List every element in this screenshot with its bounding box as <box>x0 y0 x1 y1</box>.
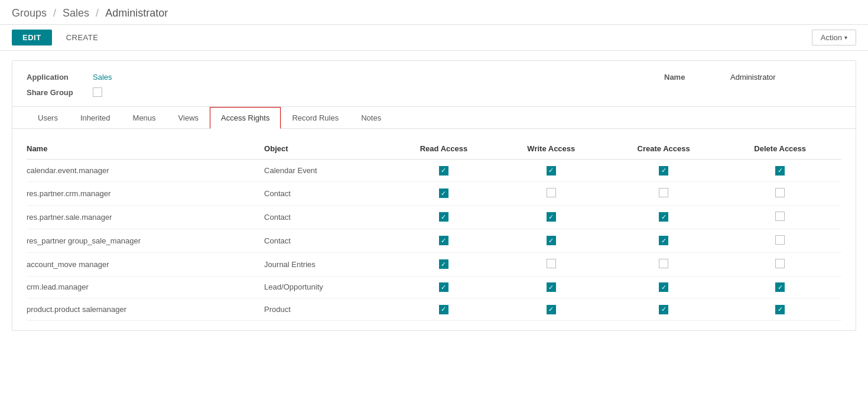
checkbox-checked[interactable]: ✓ <box>659 305 668 314</box>
cell-name: product.product salemanager <box>27 298 264 321</box>
cell-create: ✓ <box>609 160 726 182</box>
cell-name: crm.lead.manager <box>27 276 264 298</box>
cell-write <box>501 252 609 276</box>
form-container: Application Sales Share Group Name Admin… <box>12 60 856 331</box>
table-row: res_partner group_sale_managerContact✓✓✓ <box>27 229 841 252</box>
cell-delete: ✓ <box>726 160 841 182</box>
table-row: account_move managerJournal Entries✓ <box>27 252 841 276</box>
checkbox-checked[interactable]: ✓ <box>659 236 668 245</box>
cell-create: ✓ <box>609 229 726 252</box>
breadcrumb-sep-2: / <box>96 7 102 19</box>
tab-menus[interactable]: Menus <box>122 107 167 129</box>
cell-create: ✓ <box>609 205 726 229</box>
action-button[interactable]: Action <box>812 30 856 46</box>
checkbox-unchecked[interactable] <box>547 259 556 268</box>
application-label: Application <box>27 73 86 82</box>
cell-object: Calendar Event <box>264 160 394 182</box>
tab-users[interactable]: Users <box>27 107 69 129</box>
checkbox-unchecked[interactable] <box>775 259 785 268</box>
cell-create <box>609 252 726 276</box>
checkbox-checked[interactable]: ✓ <box>439 236 448 245</box>
checkbox-checked[interactable]: ✓ <box>547 305 556 314</box>
cell-read: ✓ <box>394 252 500 276</box>
cell-delete <box>726 229 841 252</box>
breadcrumb-current: Administrator <box>105 7 168 19</box>
checkbox-checked[interactable]: ✓ <box>547 282 556 292</box>
create-button[interactable]: CREATE <box>58 30 107 46</box>
checkbox-checked[interactable]: ✓ <box>775 166 785 176</box>
checkbox-unchecked[interactable] <box>659 259 668 268</box>
checkbox-checked[interactable]: ✓ <box>439 259 448 269</box>
table-row: crm.lead.managerLead/Opportunity✓✓✓✓ <box>27 276 841 298</box>
cell-object: Product <box>264 298 394 321</box>
cell-object: Lead/Opportunity <box>264 276 394 298</box>
form-left: Application Sales Share Group <box>27 73 263 97</box>
table-row: product.product salemanagerProduct✓✓✓✓ <box>27 298 841 321</box>
checkbox-checked[interactable]: ✓ <box>547 212 556 222</box>
cell-write: ✓ <box>501 160 609 182</box>
col-create: Create Access <box>609 138 726 160</box>
checkbox-unchecked[interactable] <box>547 188 556 197</box>
name-label: Name <box>664 73 723 82</box>
checkbox-checked[interactable]: ✓ <box>547 166 556 176</box>
checkbox-checked[interactable]: ✓ <box>439 212 448 222</box>
breadcrumb-sales[interactable]: Sales <box>63 7 89 19</box>
table-row: calendar.event.managerCalendar Event✓✓✓✓ <box>27 160 841 182</box>
cell-object: Journal Entries <box>264 252 394 276</box>
cell-name: res.partner.crm.manager <box>27 181 264 205</box>
checkbox-unchecked[interactable] <box>775 235 785 245</box>
share-group-field: Share Group <box>27 87 263 97</box>
cell-create: ✓ <box>609 276 726 298</box>
checkbox-checked[interactable]: ✓ <box>775 282 785 292</box>
tabs-container: Users Inherited Menus Views Access Right… <box>12 106 856 128</box>
form-fields: Application Sales Share Group Name Admin… <box>12 61 856 106</box>
cell-delete: ✓ <box>726 298 841 321</box>
cell-write: ✓ <box>501 205 609 229</box>
checkbox-checked[interactable]: ✓ <box>659 166 668 176</box>
cell-object: Contact <box>264 181 394 205</box>
col-delete: Delete Access <box>726 138 841 160</box>
tab-views[interactable]: Views <box>167 107 210 129</box>
access-rights-table: Name Object Read Access Write Access Cre… <box>27 138 841 321</box>
toolbar: EDIT CREATE Action <box>0 24 868 51</box>
checkbox-checked[interactable]: ✓ <box>439 188 448 198</box>
checkbox-checked[interactable]: ✓ <box>775 305 785 314</box>
cell-delete <box>726 181 841 205</box>
form-right: Name Administrator <box>664 73 841 82</box>
checkbox-checked[interactable]: ✓ <box>439 305 448 314</box>
checkbox-checked[interactable]: ✓ <box>439 282 448 292</box>
cell-read: ✓ <box>394 276 500 298</box>
checkbox-unchecked[interactable] <box>775 212 785 221</box>
share-group-checkbox[interactable] <box>93 87 102 97</box>
name-value: Administrator <box>730 73 776 82</box>
tab-inherited[interactable]: Inherited <box>69 107 122 129</box>
cell-write <box>501 181 609 205</box>
checkbox-checked[interactable]: ✓ <box>659 212 668 222</box>
table-row: res.partner.crm.managerContact✓ <box>27 181 841 205</box>
cell-name: res.partner.sale.manager <box>27 205 264 229</box>
tab-record-rules[interactable]: Record Rules <box>281 107 350 129</box>
tab-access-rights[interactable]: Access Rights <box>210 107 281 129</box>
breadcrumb: Groups / Sales / Administrator <box>0 0 868 24</box>
checkbox-checked[interactable]: ✓ <box>659 282 668 292</box>
cell-delete <box>726 252 841 276</box>
edit-button[interactable]: EDIT <box>12 30 52 46</box>
checkbox-unchecked[interactable] <box>775 188 785 197</box>
cell-object: Contact <box>264 229 394 252</box>
col-object: Object <box>264 138 394 160</box>
cell-delete: ✓ <box>726 276 841 298</box>
cell-read: ✓ <box>394 229 500 252</box>
cell-name: account_move manager <box>27 252 264 276</box>
cell-read: ✓ <box>394 205 500 229</box>
cell-object: Contact <box>264 205 394 229</box>
breadcrumb-groups[interactable]: Groups <box>12 7 47 19</box>
cell-write: ✓ <box>501 229 609 252</box>
checkbox-unchecked[interactable] <box>659 188 668 197</box>
cell-delete <box>726 205 841 229</box>
checkbox-checked[interactable]: ✓ <box>547 236 556 245</box>
tab-notes[interactable]: Notes <box>350 107 392 129</box>
checkbox-checked[interactable]: ✓ <box>439 166 448 176</box>
application-field: Application Sales <box>27 73 263 82</box>
cell-create: ✓ <box>609 298 726 321</box>
cell-create <box>609 181 726 205</box>
